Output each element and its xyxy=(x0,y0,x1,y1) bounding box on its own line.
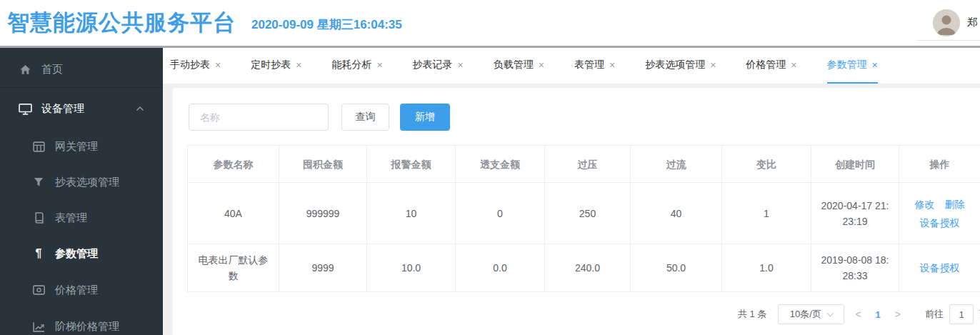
sidebar-item-label: 阶梯价格管理 xyxy=(55,320,119,334)
tab-load-management[interactable]: 负载管理 × xyxy=(494,48,544,84)
tab-close-icon[interactable]: × xyxy=(539,59,544,71)
device-authorize-link[interactable]: 设备授权 xyxy=(920,260,960,276)
tab-scheduled-meter-reading[interactable]: 定时抄表 × xyxy=(251,48,301,84)
sidebar-item-tiered-price-management[interactable]: 阶梯价格管理 xyxy=(0,309,163,335)
col-header-overdraft-amount: 透支金额 xyxy=(456,146,545,183)
tab-close-icon[interactable]: × xyxy=(791,59,796,71)
col-header-alarm-amount: 报警金额 xyxy=(367,146,456,183)
grid-table-icon xyxy=(31,141,46,152)
tab-label: 表管理 xyxy=(574,59,604,71)
parameter-panel: 查询 新增 参数名称 囤积金额 报警金额 透支金额 过压 过流 变比 创建时间 … xyxy=(173,88,980,335)
prev-page-icon[interactable]: < xyxy=(844,309,871,320)
tab-meter-reading-options[interactable]: 抄表选项管理 × xyxy=(645,48,716,84)
sidebar-item-meter-management[interactable]: 表管理 xyxy=(0,200,163,236)
table-cell-actions: 修改 删除 设备授权 xyxy=(899,183,980,244)
table-cell: 50.0 xyxy=(631,244,722,292)
total-count: 共 1 条 xyxy=(738,308,766,321)
tab-label: 抄表记录 xyxy=(413,59,453,71)
sidebar-item-parameter-management[interactable]: ¶ 参数管理 xyxy=(0,236,163,271)
tab-close-icon[interactable]: × xyxy=(296,59,301,71)
tab-label: 抄表选项管理 xyxy=(645,59,705,71)
app-header: 智慧能源公共服务平台 2020-09-09 星期三16:04:35 郑 xyxy=(0,0,980,46)
page-number[interactable]: 1 xyxy=(872,309,884,320)
table-cell: 1.0 xyxy=(722,244,811,292)
tab-close-icon[interactable]: × xyxy=(609,59,615,71)
tab-label: 定时抄表 xyxy=(251,59,291,71)
tab-label: 负载管理 xyxy=(494,59,534,71)
page-size-select[interactable]: 10条/页 xyxy=(778,304,844,324)
chevron-down-icon xyxy=(826,309,834,316)
tab-label: 参数管理 xyxy=(827,59,867,71)
table-cell-created-time: 2020-04-17 21:23:19 xyxy=(811,183,899,244)
tab-manual-meter-reading[interactable]: 手动抄表 × xyxy=(170,48,221,84)
sidebar-item-label: 首页 xyxy=(41,63,63,76)
table-cell-actions: 设备授权 xyxy=(899,244,980,292)
tab-close-icon[interactable]: × xyxy=(872,59,878,71)
goto-page-input[interactable] xyxy=(949,304,974,324)
money-icon xyxy=(31,285,46,295)
modify-link[interactable]: 修改 xyxy=(915,196,935,212)
tab-meter-reading-records[interactable]: 抄表记录 × xyxy=(413,48,464,84)
table-cell: 250 xyxy=(545,183,631,244)
col-header-hoard-amount: 囤积金额 xyxy=(279,146,367,183)
filter-funnel-icon xyxy=(31,177,46,187)
table-cell: 10 xyxy=(367,183,456,244)
parameter-table: 参数名称 囤积金额 报警金额 透支金额 过压 过流 变比 创建时间 操作 40A… xyxy=(187,145,980,292)
sidebar-item-label: 网关管理 xyxy=(55,140,98,154)
sidebar-item-gateway-management[interactable]: 网关管理 xyxy=(0,129,163,164)
table-cell: 1 xyxy=(722,183,811,244)
tab-energy-analysis[interactable]: 能耗分析 × xyxy=(331,48,382,84)
tab-close-icon[interactable]: × xyxy=(458,59,464,71)
sidebar-item-price-management[interactable]: 价格管理 xyxy=(0,272,163,308)
table-cell: 999999 xyxy=(279,183,367,244)
next-page-icon[interactable]: > xyxy=(884,309,911,320)
search-input[interactable] xyxy=(189,104,329,131)
trend-chart-icon xyxy=(31,321,46,332)
device-authorize-link[interactable]: 设备授权 xyxy=(920,215,960,231)
content-area: 查询 新增 参数名称 囤积金额 报警金额 透支金额 过压 过流 变比 创建时间 … xyxy=(163,84,980,335)
sidebar-group-label: 设备管理 xyxy=(41,102,84,116)
sidebar-group-device-management[interactable]: 设备管理 xyxy=(0,91,163,126)
delete-link[interactable]: 删除 xyxy=(945,196,965,212)
sidebar-item-meter-reading-options[interactable]: 抄表选项管理 xyxy=(0,164,163,200)
page-size-value: 10条/页 xyxy=(790,308,821,321)
table-cell-created-time: 2019-08-08 18:28:33 xyxy=(811,244,899,292)
col-header-param-name: 参数名称 xyxy=(188,146,279,183)
col-header-overvoltage: 过压 xyxy=(545,146,631,183)
table-cell: 9999 xyxy=(279,244,367,292)
table-cell: 40A xyxy=(188,183,279,244)
app-title: 智慧能源公共服务平台 xyxy=(7,8,236,38)
pagination: 共 1 条 10条/页 < 1 > 前往 页 xyxy=(738,304,980,324)
table-cell: 40 xyxy=(631,183,722,244)
col-header-created-time: 创建时间 xyxy=(811,146,899,183)
tab-bar: 手动抄表 × 定时抄表 × 能耗分析 × 抄表记录 × 负载管理 × 表管理 ×… xyxy=(163,48,980,84)
sidebar-item-label: 抄表选项管理 xyxy=(55,176,119,189)
avatar-photo xyxy=(933,9,960,36)
tab-price-management[interactable]: 价格管理 × xyxy=(746,48,796,84)
table-cell: 10.0 xyxy=(367,244,456,292)
col-header-actions: 操作 xyxy=(899,146,980,183)
tab-meter-management[interactable]: 表管理 × xyxy=(574,48,615,84)
sidebar-item-home[interactable]: 首页 xyxy=(0,51,163,87)
sidebar-item-label: 表管理 xyxy=(55,211,87,225)
add-button[interactable]: 新增 xyxy=(400,104,450,131)
sidebar: 首页 设备管理 网关管理 抄表选项管理 表管理 ¶ 参数管理 xyxy=(0,48,163,335)
user-divider xyxy=(917,40,980,41)
tab-close-icon[interactable]: × xyxy=(710,59,716,71)
table-cell: 0.0 xyxy=(456,244,545,292)
query-button[interactable]: 查询 xyxy=(341,104,389,131)
table-cell: 0 xyxy=(456,183,545,244)
table-cell: 240.0 xyxy=(545,244,631,292)
user-name[interactable]: 郑 xyxy=(967,16,978,29)
avatar[interactable] xyxy=(933,9,960,36)
monitor-icon xyxy=(18,103,32,115)
tab-label: 手动抄表 xyxy=(170,59,210,71)
chevron-up-icon xyxy=(136,106,144,111)
sidebar-item-label: 价格管理 xyxy=(55,284,98,297)
tab-parameter-management[interactable]: 参数管理 × xyxy=(827,48,878,84)
tab-label: 能耗分析 xyxy=(331,59,371,71)
table-cell: 电表出厂默认参数 xyxy=(188,244,279,292)
pilcrow-icon: ¶ xyxy=(31,247,46,260)
tab-close-icon[interactable]: × xyxy=(376,59,382,71)
tab-close-icon[interactable]: × xyxy=(215,59,221,71)
